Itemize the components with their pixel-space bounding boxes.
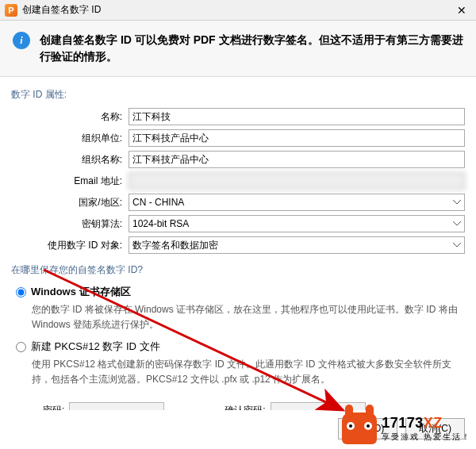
form-grid: 名称: 组织单位: 组织名称: Email 地址: 国家/地区: CN - CH… — [11, 108, 465, 254]
ok-button[interactable]: 确定(O) — [338, 418, 397, 439]
bottom-bar: 确定(O) 取消(C) — [0, 410, 476, 449]
label-country: 国家/地区: — [11, 196, 122, 209]
info-icon: i — [13, 32, 30, 49]
section-label-store: 在哪里保存您的自签名数字 ID? — [11, 263, 465, 277]
radio-windows-store-input[interactable] — [16, 287, 26, 297]
radio-pkcs12-desc: 使用 PKCS#12 格式创建新的密码保存数字 ID 文件。此通用数字 ID 文… — [32, 357, 460, 386]
app-icon: P — [5, 4, 17, 17]
section-label-attrs: 数字 ID 属性: — [11, 88, 465, 102]
label-org-name: 组织名称: — [11, 153, 122, 167]
select-use-for[interactable]: 数字签名和数据加密 — [129, 236, 465, 254]
label-key-algo: 密钥算法: — [11, 217, 122, 231]
info-banner: i 创建自签名数字 ID 可以免费对 PDF 文档进行数字签名。但这不适用于有第… — [0, 21, 476, 77]
radio-windows-store[interactable]: Windows 证书存储区 — [16, 285, 460, 299]
input-org-unit[interactable] — [129, 129, 465, 147]
radio-pkcs12[interactable]: 新建 PKCS#12 数字 ID 文件 — [16, 340, 460, 354]
info-text: 创建自签名数字 ID 可以免费对 PDF 文档进行数字签名。但这不适用于有第三方… — [40, 32, 463, 65]
window-title: 创建自签名数字 ID — [22, 3, 101, 17]
close-button[interactable]: ✕ — [452, 4, 471, 17]
select-key-algo[interactable]: 1024-bit RSA — [129, 215, 465, 232]
radio-pkcs12-input[interactable] — [16, 342, 26, 352]
label-name: 名称: — [11, 110, 122, 124]
label-use-for: 使用数字 ID 对象: — [11, 239, 122, 252]
select-country[interactable]: CN - CHINA — [129, 194, 465, 211]
radio-windows-title: Windows 证书存储区 — [31, 285, 131, 299]
input-name[interactable] — [129, 108, 465, 125]
radio-pkcs12-title: 新建 PKCS#12 数字 ID 文件 — [31, 340, 160, 354]
input-org-name[interactable] — [129, 151, 465, 168]
cancel-button[interactable]: 取消(C) — [405, 418, 465, 439]
label-email: Email 地址: — [11, 175, 122, 188]
label-org-unit: 组织单位: — [11, 132, 122, 145]
input-email[interactable] — [129, 172, 465, 190]
titlebar: P 创建自签名数字 ID ✕ — [0, 0, 476, 21]
radio-windows-desc: 您的数字 ID 将被保存在 Windows 证书存储区，放在这里，其他程序也可以… — [32, 302, 460, 332]
